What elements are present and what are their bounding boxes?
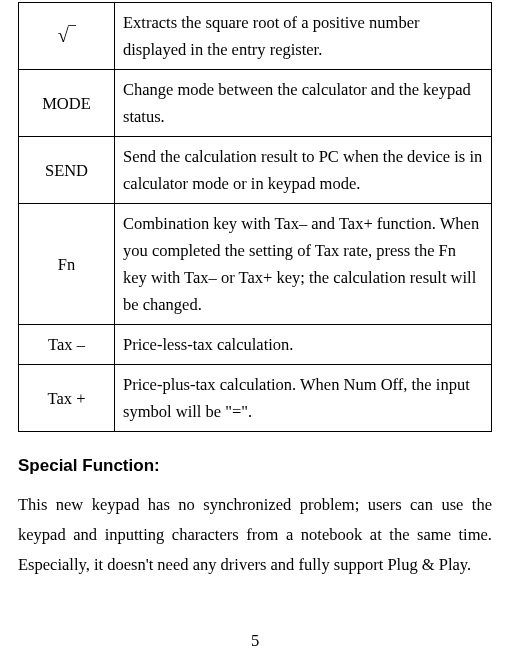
key-description: Price-plus-tax calculation. When Num Off…: [115, 365, 492, 432]
key-label: √‾: [58, 24, 76, 46]
section-heading: Special Function:: [18, 456, 492, 476]
table-row: √‾ Extracts the square root of a positiv…: [19, 3, 492, 70]
key-label: MODE: [19, 70, 115, 137]
key-description: Price-less-tax calculation.: [115, 325, 492, 365]
key-label: Tax +: [19, 365, 115, 432]
table-row: Tax + Price-plus-tax calculation. When N…: [19, 365, 492, 432]
table-row: SEND Send the calculation result to PC w…: [19, 137, 492, 204]
page-number: 5: [0, 631, 510, 651]
section-paragraph: This new keypad has no synchronized prob…: [18, 490, 492, 580]
table-row: MODE Change mode between the calculator …: [19, 70, 492, 137]
key-label: SEND: [19, 137, 115, 204]
key-description: Send the calculation result to PC when t…: [115, 137, 492, 204]
table-row: Tax – Price-less-tax calculation.: [19, 325, 492, 365]
key-label: Tax –: [19, 325, 115, 365]
key-label: Fn: [19, 204, 115, 325]
key-description: Combination key with Tax– and Tax+ funct…: [115, 204, 492, 325]
key-description: Extracts the square root of a positive n…: [115, 3, 492, 70]
key-description: Change mode between the calculator and t…: [115, 70, 492, 137]
table-row: Fn Combination key with Tax– and Tax+ fu…: [19, 204, 492, 325]
functions-table: √‾ Extracts the square root of a positiv…: [18, 2, 492, 432]
